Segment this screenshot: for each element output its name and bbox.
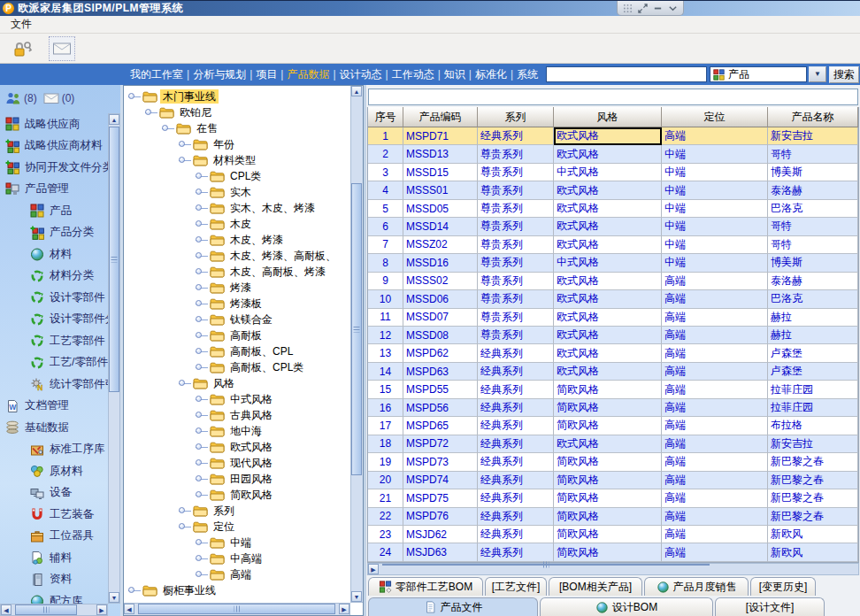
nav-item-5[interactable]: 设计动态: [337, 65, 385, 84]
table-cell[interactable]: 7: [368, 236, 403, 254]
sidebar-item[interactable]: 材料: [0, 243, 108, 266]
table-cell[interactable]: 经典系列: [478, 526, 554, 543]
table-cell[interactable]: 欧式风格: [554, 435, 662, 453]
nav-item-1[interactable]: 我的工作室: [127, 65, 186, 84]
messages-mail-icon[interactable]: [43, 91, 59, 105]
table-cell[interactable]: 高端: [662, 309, 768, 327]
tree-expander-icon[interactable]: [196, 455, 208, 471]
table-cell[interactable]: 12: [368, 327, 403, 344]
sidebar-item[interactable]: 标准工序库: [0, 439, 108, 461]
table-cell[interactable]: 赫拉: [768, 309, 858, 327]
table-row[interactable]: 23MSJD62经典系列简欧风格高端新欧风: [368, 526, 858, 543]
tree-horizontal-scrollbar[interactable]: ◀ ▶: [124, 603, 350, 615]
sidebar-item[interactable]: 设备: [0, 482, 108, 504]
table-cell[interactable]: 简欧风格: [554, 489, 662, 507]
tree-expander-icon[interactable]: [196, 327, 208, 343]
table-cell[interactable]: MSPD73: [403, 453, 478, 471]
table-cell[interactable]: 5: [368, 200, 403, 218]
table-cell[interactable]: 经典系列: [478, 344, 554, 362]
table-row[interactable]: 10MSSD06尊贵系列欧式风格高端巴洛克: [368, 290, 858, 308]
tree-expander-icon[interactable]: [128, 582, 141, 598]
table-cell[interactable]: MSPD71: [403, 127, 478, 145]
table-cell[interactable]: 经典系列: [478, 399, 554, 417]
restore-icon[interactable]: [637, 3, 649, 13]
table-cell[interactable]: 欧式风格: [554, 290, 662, 308]
tree-expander-icon[interactable]: [145, 104, 157, 120]
scroll-up-button[interactable]: ▲: [351, 86, 362, 96]
table-cell[interactable]: 经典系列: [478, 489, 554, 507]
table-cell[interactable]: 泰洛赫: [768, 273, 858, 290]
table-cell[interactable]: MSSD08: [403, 327, 478, 344]
table-cell[interactable]: 经典系列: [478, 363, 554, 381]
tree-node[interactable]: 木皮、烤漆: [125, 232, 350, 248]
table-cell[interactable]: 拉菲庄园: [768, 399, 858, 417]
table-cell[interactable]: 17: [368, 417, 403, 435]
sidebar-item[interactable]: 工艺零部件: [0, 330, 108, 352]
column-header-6[interactable]: 产品名称: [768, 107, 858, 127]
nav-item-3[interactable]: 项目: [253, 65, 280, 84]
tree-node[interactable]: 高耐板、CPL类: [125, 359, 350, 375]
table-filter-input[interactable]: [368, 89, 858, 105]
table-cell[interactable]: 高端: [662, 435, 768, 453]
tree-node[interactable]: 木皮: [125, 216, 350, 232]
table-row[interactable]: 15MSPD55经典系列简欧风格高端拉菲庄园: [368, 381, 858, 398]
tab-1[interactable]: 产品文件: [368, 597, 538, 616]
tree-node[interactable]: 中式风格: [125, 391, 350, 407]
tree-expander-icon[interactable]: [179, 375, 191, 391]
table-row[interactable]: 2MSSD13尊贵系列欧式风格中端哥特: [368, 145, 858, 163]
table-cell[interactable]: 尊贵系列: [478, 218, 554, 235]
table-cell[interactable]: 卢森堡: [768, 344, 858, 362]
table-cell[interactable]: 21: [368, 489, 403, 507]
tree-node[interactable]: 欧铂尼: [125, 104, 350, 120]
sidebar-item[interactable]: 工艺装备: [0, 504, 108, 526]
table-cell[interactable]: 哥特: [768, 218, 858, 235]
table-cell[interactable]: 巴洛克: [768, 200, 858, 218]
table-cell[interactable]: 欧式风格: [554, 363, 662, 381]
tree-expander-icon[interactable]: [196, 391, 208, 407]
table-cell[interactable]: 欧式风格: [554, 273, 662, 290]
tree-expander-icon[interactable]: [196, 439, 208, 455]
tree-node[interactable]: 材料类型: [125, 152, 350, 168]
tree-node[interactable]: 木门事业线: [125, 89, 350, 104]
column-header-4[interactable]: 风格: [554, 107, 662, 127]
sidebar-item[interactable]: 材料分类: [0, 266, 108, 288]
mail-icon[interactable]: [50, 37, 74, 60]
tree-expander-icon[interactable]: [196, 200, 208, 216]
table-row[interactable]: 3MSSD15尊贵系列中式风格中端博美斯: [368, 164, 858, 181]
table-row[interactable]: 6MSSD14尊贵系列欧式风格中端哥特: [368, 218, 858, 235]
table-row[interactable]: 11MSSD07尊贵系列欧式风格高端赫拉: [368, 309, 858, 327]
tree-expander-icon[interactable]: [196, 280, 208, 296]
table-cell[interactable]: 欧式风格: [554, 236, 662, 254]
column-header-1[interactable]: 序号: [368, 107, 403, 127]
table-cell[interactable]: 11: [368, 309, 403, 327]
table-cell[interactable]: 欧式风格: [554, 127, 662, 145]
sidebar-item[interactable]: W文档管理: [0, 396, 108, 418]
table-cell[interactable]: MSSD14: [403, 218, 478, 235]
tree-expander-icon[interactable]: [196, 184, 208, 200]
tree-node[interactable]: 定位: [125, 519, 350, 535]
table-cell[interactable]: 欧式风格: [554, 309, 662, 327]
sidebar-item[interactable]: 资料: [0, 569, 108, 591]
table-cell[interactable]: 尊贵系列: [478, 236, 554, 254]
table-cell[interactable]: 高端: [662, 508, 768, 526]
table-cell[interactable]: 中端: [662, 164, 768, 181]
table-cell[interactable]: MSPD74: [403, 472, 478, 489]
scroll-down-button[interactable]: ▼: [351, 591, 362, 602]
table-cell[interactable]: 尊贵系列: [478, 309, 554, 327]
table-cell[interactable]: MSSZ02: [403, 236, 478, 254]
tab-5[interactable]: [变更历史]: [750, 577, 816, 596]
scroll-right-button[interactable]: ▶: [339, 604, 349, 614]
table-cell[interactable]: 经典系列: [478, 417, 554, 435]
table-cell[interactable]: 博美斯: [768, 164, 858, 181]
sidebar-item[interactable]: 工位器具: [0, 526, 108, 548]
table-cell[interactable]: MSJD62: [403, 526, 478, 543]
table-cell[interactable]: 经典系列: [478, 435, 554, 453]
sidebar-item[interactable]: 辅料: [0, 547, 108, 569]
tree-node[interactable]: 高耐板: [125, 327, 350, 343]
sidebar-item[interactable]: 协同开发文件分类: [0, 157, 108, 179]
sidebar-item[interactable]: 产品分类: [0, 222, 108, 244]
table-row[interactable]: 12MSSD08尊贵系列欧式风格高端赫拉: [368, 327, 858, 344]
tree-expander-icon[interactable]: [196, 359, 208, 375]
sidebar-item[interactable]: 设计零部件: [0, 287, 108, 309]
table-cell[interactable]: 新巴黎之春: [768, 472, 858, 489]
